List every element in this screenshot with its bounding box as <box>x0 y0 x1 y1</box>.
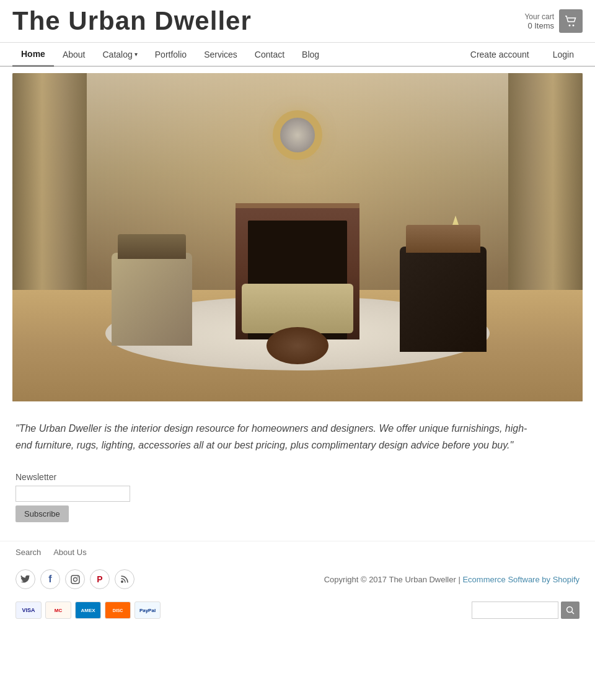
nav-item-about[interactable]: About <box>54 43 94 66</box>
facebook-icon[interactable]: f <box>40 569 60 589</box>
cart-button[interactable] <box>559 9 583 33</box>
nav-item-portfolio[interactable]: Portfolio <box>146 43 195 66</box>
nav-item-blog[interactable]: Blog <box>293 43 328 66</box>
newsletter-section: Newsletter Subscribe <box>0 466 595 541</box>
visa-card: VISA <box>15 602 42 619</box>
nav-left: Home About Catalog ▾ Portfolio Services … <box>12 43 328 66</box>
twitter-icon[interactable] <box>15 569 35 589</box>
sofa <box>242 284 353 333</box>
paypal-card: PayPal <box>134 602 161 619</box>
cart-area: Your cart 0 Items <box>524 9 583 33</box>
cart-count: 0 Items <box>524 21 554 30</box>
hero-image <box>12 73 583 401</box>
pinterest-icon[interactable]: P <box>90 569 110 589</box>
cart-label: Your cart <box>524 12 554 21</box>
svg-point-6 <box>567 607 573 613</box>
svg-point-4 <box>77 577 78 578</box>
rss-icon[interactable] <box>115 569 134 589</box>
amex-card: AMEX <box>75 602 101 619</box>
subscribe-button[interactable]: Subscribe <box>15 505 69 522</box>
cart-info: Your cart 0 Items <box>524 12 554 30</box>
footer-search-input[interactable] <box>472 602 558 619</box>
social-section: f P Copyright © 2017 The Urban Dweller |… <box>0 563 595 598</box>
quote-section: "The Urban Dweller is the interior desig… <box>0 401 545 466</box>
payment-section: VISA MC AMEX DISC PayPal <box>0 598 595 631</box>
svg-point-0 <box>569 25 571 27</box>
hero-section <box>12 73 583 401</box>
footer-nav-search[interactable]: Search <box>15 548 41 557</box>
payment-icons: VISA MC AMEX DISC PayPal <box>15 602 161 619</box>
footer-search <box>472 602 580 619</box>
copyright-text: Copyright © 2017 The Urban Dweller | <box>324 575 463 584</box>
newsletter-input[interactable] <box>15 486 130 502</box>
navigation: Home About Catalog ▾ Portfolio Services … <box>0 43 595 67</box>
nav-item-login[interactable]: Login <box>544 43 583 66</box>
nav-item-contact[interactable]: Contact <box>246 43 293 66</box>
svg-line-7 <box>572 612 575 615</box>
svg-point-5 <box>121 580 123 583</box>
footer-search-button[interactable] <box>561 602 580 619</box>
footer-nav: Search About Us <box>0 541 595 563</box>
site-title: The Urban Dweller <box>12 6 252 36</box>
nav-item-home[interactable]: Home <box>12 43 54 67</box>
quote-text: "The Urban Dweller is the interior desig… <box>15 420 530 453</box>
newsletter-label: Newsletter <box>15 472 580 482</box>
nav-item-create-account[interactable]: Create account <box>462 43 538 66</box>
svg-point-3 <box>73 577 77 581</box>
nav-right: Create account Login <box>462 43 583 66</box>
instagram-icon[interactable] <box>65 569 85 589</box>
mastercard: MC <box>45 602 71 619</box>
shopify-link[interactable]: Ecommerce Software by Shopify <box>462 575 580 584</box>
nav-item-services[interactable]: Services <box>195 43 246 66</box>
chair-left <box>112 253 192 346</box>
mirror <box>273 110 322 160</box>
copyright: Copyright © 2017 The Urban Dweller | Eco… <box>324 575 580 584</box>
chair-right <box>400 247 487 352</box>
coffee-table <box>267 327 328 364</box>
social-icons: f P <box>15 569 134 589</box>
discover-card: DISC <box>105 602 131 619</box>
catalog-dropdown-arrow: ▾ <box>134 51 138 58</box>
nav-item-catalog[interactable]: Catalog ▾ <box>94 43 146 66</box>
svg-point-1 <box>573 25 575 27</box>
header: The Urban Dweller Your cart 0 Items <box>0 0 595 43</box>
footer-nav-about-us[interactable]: About Us <box>53 548 86 557</box>
